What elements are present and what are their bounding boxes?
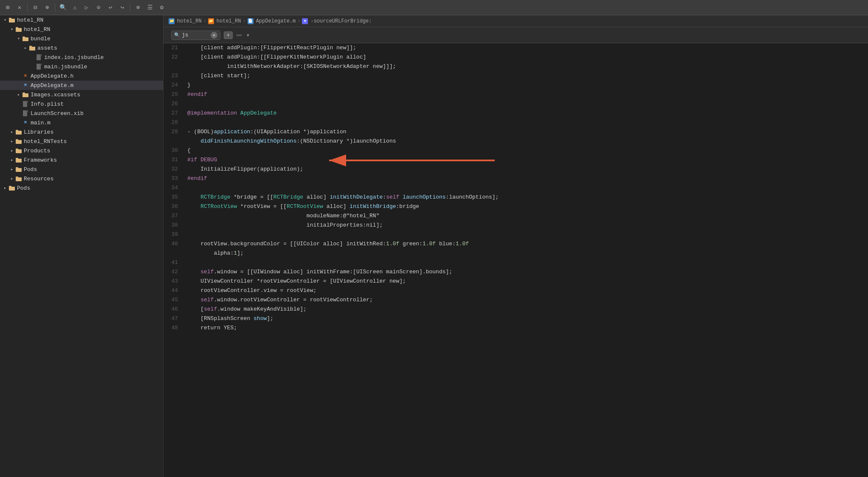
- sidebar-item-pods-16[interactable]: ▸Pods: [0, 165, 163, 174]
- chevron-icon: ▾: [15, 35, 22, 42]
- sidebar-item-label: hotel_RN: [24, 26, 50, 33]
- sidebar-item-hotel_rn-1[interactable]: ▾hotel_RN: [0, 25, 163, 34]
- code-line: 24}: [163, 81, 868, 90]
- sidebar-item-launchscreen-xib-10[interactable]: ▸LaunchScreen.xib: [0, 109, 163, 118]
- sidebar-item-hotel_rntests-13[interactable]: ▸hotel_RNTests: [0, 137, 163, 146]
- line-content: UIViewController *rootViewController = […: [185, 277, 406, 286]
- sidebar-item-main-jsbundle-5[interactable]: ▸main.jsbundle: [0, 62, 163, 71]
- svg-rect-22: [16, 149, 22, 153]
- code-line: 46 [self.window makeKeyAndVisible];: [163, 305, 868, 314]
- line-number: 40: [163, 239, 185, 249]
- svg-rect-3: [16, 27, 18, 28]
- code-line: 35 RCTBridge *bridge = [[RCTBridge alloc…: [163, 193, 868, 202]
- toolbar-icon-menu[interactable]: ☰: [146, 3, 154, 12]
- find-input-wrap[interactable]: 🔍 ✕: [171, 31, 220, 40]
- file-icon: [22, 101, 29, 107]
- code-area[interactable]: 21 [client addPlugin:[FlipperKitReactPlu…: [163, 43, 868, 477]
- svg-rect-24: [16, 159, 22, 163]
- toolbar-icon-fwd[interactable]: ↪: [118, 3, 127, 12]
- find-close-button[interactable]: ✕: [211, 32, 217, 39]
- line-content: [client addPlugin:[[FlipperKitNetworkPlu…: [185, 53, 366, 62]
- sidebar-item-appdelegate-h-6[interactable]: ▸HAppDelegate.h: [0, 71, 163, 81]
- line-content: [client addPlugin:[FlipperKitReactPlugin…: [185, 43, 356, 53]
- breadcrumb-appdelegate-m: AppDelegate.m: [256, 18, 296, 24]
- file-icon: [22, 91, 29, 98]
- code-line: 45 self.window.rootViewController = root…: [163, 295, 868, 305]
- sidebar-item-bundle-2[interactable]: ▾bundle: [0, 34, 163, 43]
- svg-rect-19: [16, 130, 18, 131]
- sidebar-item-images-xcassets-8[interactable]: ▸Images.xcassets: [0, 90, 163, 99]
- toolbar-icon-run[interactable]: ▷: [82, 3, 91, 12]
- file-icon: [15, 157, 22, 163]
- svg-rect-23: [16, 149, 18, 150]
- sidebar-item-label: Pods: [24, 166, 37, 173]
- line-content: InitializeFlipper(application);: [185, 165, 303, 174]
- file-icon: [22, 110, 29, 117]
- line-number: 27: [163, 109, 185, 118]
- code-line: didFinishLaunchingWithOptions:(NSDiction…: [163, 137, 868, 146]
- sidebar-item-appdelegate-m-7[interactable]: ▸MAppDelegate.m: [0, 81, 163, 90]
- toolbar-icon-warn[interactable]: ⚠: [70, 3, 79, 12]
- line-content: moduleName:@"hotel_RN": [185, 211, 379, 221]
- find-input[interactable]: [182, 32, 207, 38]
- sidebar-item-main-m-11[interactable]: ▸Mmain.m: [0, 118, 163, 127]
- file-icon: [29, 45, 36, 51]
- line-content: self.window.rootViewController = rootVie…: [185, 295, 373, 305]
- sidebar-item-assets-3[interactable]: ▸assets: [0, 43, 163, 53]
- sidebar-item-frameworks-15[interactable]: ▸Frameworks: [0, 155, 163, 165]
- file-icon: [22, 35, 29, 42]
- code-line: 29- (BOOL)application:(UIApplication *)a…: [163, 127, 868, 137]
- file-icon: [15, 147, 22, 154]
- find-aa-button[interactable]: [236, 34, 242, 36]
- svg-rect-21: [16, 139, 18, 140]
- sidebar-item-products-14[interactable]: ▸Products: [0, 146, 163, 155]
- toolbar-icon-share[interactable]: ⊗: [134, 3, 142, 12]
- svg-rect-13: [23, 93, 25, 94]
- svg-rect-26: [16, 168, 22, 172]
- code-line: 26: [163, 99, 868, 109]
- sidebar-item-libraries-12[interactable]: ▸Libraries: [0, 127, 163, 137]
- sidebar-item-pods-18[interactable]: ▸Pods: [0, 183, 163, 193]
- file-icon: M: [22, 119, 29, 126]
- sidebar-item-label: bundle: [31, 36, 51, 42]
- code-line: 47 [RNSplashScreen show];: [163, 314, 868, 323]
- line-number: 43: [163, 277, 185, 286]
- toolbar-icon-back[interactable]: ↩: [106, 3, 115, 12]
- sidebar-item-hotel_rn-0[interactable]: ▾hotel_RN: [0, 15, 163, 25]
- line-content: rootView.backgroundColor = [[UIColor all…: [185, 239, 469, 249]
- sidebar-item-info-plist-9[interactable]: ▸Info.plist: [0, 99, 163, 109]
- file-icon: [8, 17, 15, 23]
- find-prev-button[interactable]: +: [224, 31, 233, 39]
- code-line: 27@implementation AppDelegate: [163, 109, 868, 118]
- svg-rect-6: [29, 47, 35, 51]
- chevron-icon: ▸: [8, 157, 15, 163]
- line-number: 45: [163, 295, 185, 305]
- toolbar-icon-nav1[interactable]: ⊟: [31, 3, 39, 12]
- chevron-icon: ▸: [8, 138, 15, 145]
- sidebar-item-label: LaunchScreen.xib: [31, 110, 84, 117]
- chevron-icon: ▸: [8, 147, 15, 154]
- find-contains-dropdown[interactable]: ▾: [245, 32, 250, 39]
- line-content: #endif: [185, 174, 207, 183]
- code-line: 38 initialProperties:nil];: [163, 221, 868, 230]
- toolbar-icon-stop[interactable]: ⊙: [94, 3, 103, 12]
- breadcrumb-icon-folder: 📁: [169, 18, 175, 24]
- toolbar-icon-settings[interactable]: ⚙: [158, 3, 166, 12]
- sidebar-item-label: assets: [37, 45, 57, 51]
- toolbar-icon-nav2[interactable]: ⊕: [43, 3, 51, 12]
- breadcrumb-hotel-rn-2: hotel_RN: [217, 18, 241, 24]
- toolbar-icon-search[interactable]: 🔍: [59, 3, 67, 12]
- line-content: return YES;: [185, 323, 237, 333]
- line-content: [self.window makeKeyAndVisible];: [185, 305, 307, 314]
- svg-rect-30: [9, 187, 15, 191]
- code-line: 28: [163, 118, 868, 127]
- chevron-icon: ▸: [8, 129, 15, 135]
- sidebar-item-index-ios-jsbundle-4[interactable]: ▸index.ios.jsbundle: [0, 53, 163, 62]
- sidebar-item-label: Images.xcassets: [31, 92, 80, 98]
- line-content: - (BOOL)application:(UIApplication *)app…: [185, 127, 347, 137]
- svg-rect-5: [23, 36, 25, 38]
- toolbar-icon-close[interactable]: ✕: [15, 3, 24, 12]
- line-number: 30: [163, 146, 185, 155]
- sidebar-item-resources-17[interactable]: ▸Resources: [0, 174, 163, 183]
- toolbar-icon-grid[interactable]: ⊞: [3, 3, 12, 12]
